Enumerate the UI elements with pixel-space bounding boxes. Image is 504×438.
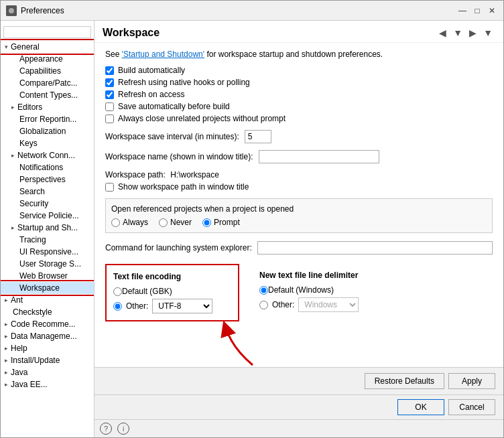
sidebar-item-label: Keys	[19, 139, 38, 148]
workspace-save-interval-input[interactable]	[245, 130, 271, 143]
sidebar-item-search[interactable]: Search	[1, 186, 94, 198]
apply-button[interactable]: Apply	[448, 373, 495, 389]
ok-button[interactable]: OK	[397, 399, 444, 415]
newline-other-radio[interactable]	[259, 301, 268, 309]
radio-never[interactable]	[159, 218, 168, 227]
sidebar-item-web-browser[interactable]: Web Browser	[1, 270, 94, 282]
radio-always-label[interactable]: Always	[111, 218, 148, 227]
sidebar-item-label: Startup and Sh...	[17, 223, 78, 232]
checkbox-refresh-access[interactable]	[105, 90, 114, 99]
checkbox-close-unrelated[interactable]	[105, 115, 114, 123]
sidebar-item-security[interactable]: Security	[1, 198, 94, 210]
show-path-checkbox[interactable]	[105, 183, 114, 192]
nav-forward-dropdown-button[interactable]: ▼	[481, 26, 495, 40]
help-icon[interactable]: ?	[100, 423, 112, 435]
preferences-window: Preferences — □ ✕ ▾GeneralAppearanceCapa…	[0, 0, 504, 438]
encoding-select[interactable]: UTF-8 UTF-16 ISO-8859-1 US-ASCII GBK	[152, 299, 212, 313]
expand-arrow-icon: ▸	[5, 321, 8, 327]
main-header: Workspace ◀ ▼ ▶ ▼	[94, 21, 503, 43]
sidebar-item-label: Notifications	[19, 163, 63, 172]
sidebar-item-notifications[interactable]: Notifications	[1, 161, 94, 173]
sidebar-item-ant[interactable]: ▸Ant	[1, 294, 94, 306]
sidebar-item-user-storage[interactable]: User Storage S...	[1, 258, 94, 270]
restore-defaults-button[interactable]: Restore Defaults	[365, 373, 444, 389]
sidebar-item-label: Security	[19, 199, 48, 208]
radio-options-row: Always Never Prompt	[111, 218, 487, 227]
checkbox-refresh-native[interactable]	[105, 78, 114, 87]
encoding-other-radio[interactable]	[113, 302, 122, 311]
title-bar: Preferences — □ ✕	[1, 1, 503, 21]
sidebar-item-label: Workspace	[19, 283, 60, 293]
sidebar-item-keys[interactable]: Keys	[1, 137, 94, 149]
sidebar-item-error-reporting[interactable]: Error Reportin...	[1, 113, 94, 125]
expand-arrow-icon: ▸	[11, 152, 15, 159]
sidebar-item-label: Content Types...	[19, 90, 78, 100]
encoding-default-row: Default (GBK)	[113, 287, 231, 296]
sidebar-item-appearance[interactable]: Appearance	[1, 53, 94, 65]
cancel-button[interactable]: Cancel	[448, 399, 495, 415]
app-icon	[6, 5, 17, 16]
sidebar-item-editors[interactable]: ▸Editors	[1, 101, 94, 113]
startup-text-prefix: See	[105, 50, 122, 59]
radio-prompt-label[interactable]: Prompt	[202, 218, 240, 227]
nav-dropdown-button[interactable]: ▼	[450, 26, 465, 40]
nav-arrows: ◀ ▼ ▶ ▼	[436, 26, 495, 40]
sidebar-item-label: Java	[11, 368, 27, 377]
nav-forward-button[interactable]: ▶	[466, 26, 479, 40]
maximize-button[interactable]: □	[471, 5, 483, 17]
info-icon[interactable]: i	[117, 423, 129, 435]
sidebar-item-help[interactable]: ▸Help	[1, 342, 94, 354]
show-path-label: Show workspace path in window title	[118, 182, 249, 192]
sidebar-item-perspectives[interactable]: Perspectives	[1, 173, 94, 186]
sidebar-item-workspace[interactable]: Workspace	[1, 282, 94, 294]
open-referenced-title: Open referenced projects when a project …	[111, 204, 487, 214]
sidebar-item-checkstyle[interactable]: Checkstyle	[1, 306, 94, 318]
newline-select[interactable]: Windows Unix Mac OS X	[298, 297, 359, 312]
expand-arrow-icon: ▸	[5, 345, 8, 352]
encoding-default-radio[interactable]	[113, 287, 122, 296]
nav-back-button[interactable]: ◀	[436, 26, 449, 40]
sidebar-item-compare-patch[interactable]: Compare/Patc...	[1, 77, 94, 89]
newline-default-radio[interactable]	[259, 286, 268, 295]
startup-link[interactable]: 'Startup and Shutdown'	[122, 50, 204, 59]
expand-arrow-icon: ▸	[5, 333, 8, 340]
sidebar-item-general[interactable]: ▾General	[1, 41, 94, 53]
sidebar-item-ui-responsive[interactable]: UI Responsive...	[1, 246, 94, 258]
close-button[interactable]: ✕	[486, 5, 498, 17]
sidebar-item-startup-shutdown[interactable]: ▸Startup and Sh...	[1, 222, 94, 234]
sidebar-item-tracing[interactable]: Tracing	[1, 234, 94, 246]
checkbox-label-refresh-native: Refresh using native hooks or polling	[118, 78, 250, 87]
sidebar-item-label: Install/Update	[11, 356, 60, 365]
checkbox-save-before-build[interactable]	[105, 102, 114, 111]
workspace-name-input[interactable]	[259, 150, 379, 163]
sidebar-item-label: Service Policie...	[19, 211, 79, 220]
workspace-save-interval-row: Workspace save interval (in minutes):	[105, 130, 493, 143]
radio-prompt[interactable]	[202, 218, 211, 227]
checkbox-build-auto[interactable]	[105, 66, 114, 75]
sidebar-item-label: Code Recomme...	[11, 319, 76, 329]
sidebar-item-code-recommender[interactable]: ▸Code Recomme...	[1, 318, 94, 330]
workspace-name-label: Workspace name (shown in window title):	[105, 152, 253, 161]
sidebar-item-content-types[interactable]: Content Types...	[1, 89, 94, 101]
workspace-save-interval-label: Workspace save interval (in minutes):	[105, 132, 239, 141]
sidebar-item-label: Network Conn...	[17, 151, 75, 160]
sidebar-item-service-policies[interactable]: Service Policie...	[1, 210, 94, 222]
radio-never-label[interactable]: Never	[159, 218, 192, 227]
sidebar-item-label: Web Browser	[19, 271, 68, 281]
sidebar-item-java-ee[interactable]: ▸Java EE...	[1, 378, 94, 390]
sidebar-item-globalization[interactable]: Globalization	[1, 125, 94, 137]
sidebar-item-network-conn[interactable]: ▸Network Conn...	[1, 149, 94, 161]
minimize-button[interactable]: —	[456, 5, 468, 17]
sidebar-item-java[interactable]: ▸Java	[1, 366, 94, 378]
sidebar-item-label: Java EE...	[11, 380, 48, 389]
explorer-command-input[interactable]: explorer /E,/select=${selected_resource_…	[257, 241, 493, 254]
sidebar-item-install-update[interactable]: ▸Install/Update	[1, 354, 94, 366]
sidebar-item-capabilities[interactable]: Capabilities	[1, 65, 94, 77]
radio-always[interactable]	[111, 218, 120, 227]
workspace-path-value: H:\workspace	[170, 170, 219, 179]
sidebar-search-input[interactable]	[3, 26, 91, 38]
newline-other-label: Other:	[272, 300, 294, 309]
expand-arrow-icon: ▸	[5, 357, 8, 364]
expand-arrow-icon: ▾	[5, 44, 8, 50]
sidebar-item-data-management[interactable]: ▸Data Manageme...	[1, 330, 94, 342]
